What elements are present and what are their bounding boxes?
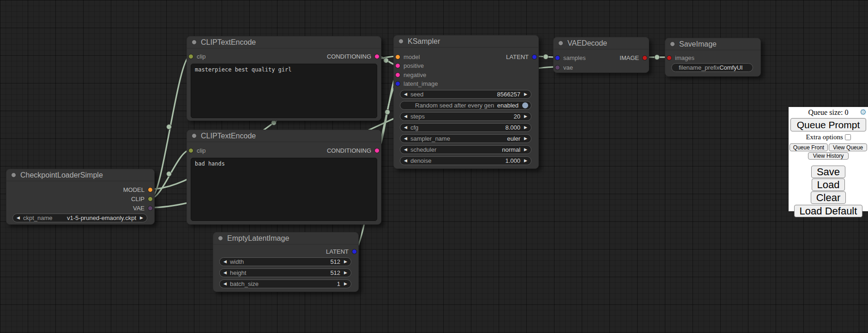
widget-filename-prefix[interactable]: filename_prefix ComfyUI (671, 63, 753, 72)
arrow-right-icon[interactable]: ▶ (524, 145, 527, 154)
arrow-right-icon[interactable]: ▶ (140, 214, 143, 222)
link-midpoint-dot[interactable] (271, 120, 277, 125)
arrow-left-icon[interactable]: ◀ (404, 112, 407, 121)
output-port-conditioning[interactable]: CONDITIONING (327, 147, 380, 154)
input-port-clip[interactable]: clip (188, 147, 206, 154)
node-title-bar[interactable]: KSampler (394, 36, 538, 48)
arrow-right-icon[interactable]: ▶ (524, 156, 527, 165)
conditioning-port-dot[interactable] (395, 72, 400, 77)
comfyui-canvas[interactable]: { "canvas": { "background_color": "#2323… (0, 0, 868, 333)
input-port-positive[interactable]: positive (395, 62, 424, 69)
collapse-dot-icon[interactable] (670, 42, 675, 47)
node-title-bar[interactable]: CLIPTextEncode (187, 36, 381, 48)
arrow-left-icon[interactable]: ◀ (404, 145, 407, 154)
node-title-bar[interactable]: CLIPTextEncode (187, 130, 381, 142)
prompt-textarea[interactable]: bad hands (191, 158, 377, 221)
widget-random-seed-toggle[interactable]: Random seed after every gen enabled (400, 101, 531, 110)
input-port-latent-image[interactable]: latent_image (395, 80, 438, 87)
output-port-vae[interactable]: VAE (133, 204, 153, 212)
load-default-button[interactable]: Load Default (794, 205, 863, 217)
model-port-dot[interactable] (395, 54, 400, 59)
link-midpoint-dot[interactable] (655, 55, 660, 60)
collapse-dot-icon[interactable] (398, 39, 404, 44)
node-clip-text-encode-negative[interactable]: CLIPTextEncode clip CONDITIONING bad han… (187, 130, 381, 225)
view-history-button[interactable]: View History (808, 152, 849, 160)
widget-sampler-name[interactable]: ◀ sampler_name euler ▶ (400, 134, 531, 143)
arrow-left-icon[interactable]: ◀ (223, 268, 227, 277)
collapse-dot-icon[interactable] (218, 236, 223, 241)
queue-front-button[interactable]: Queue Front (790, 143, 828, 151)
clear-button[interactable]: Clear (811, 191, 846, 204)
output-port-latent[interactable]: LATENT (506, 53, 537, 60)
vae-port-dot[interactable] (555, 65, 560, 70)
arrow-left-icon[interactable]: ◀ (223, 279, 227, 288)
widget-seed[interactable]: ◀ seed 8566257 ▶ (400, 90, 531, 99)
model-port-dot[interactable] (148, 187, 153, 192)
output-port-conditioning[interactable]: CONDITIONING (327, 53, 380, 60)
link-midpoint-dot[interactable] (384, 58, 389, 63)
arrow-right-icon[interactable]: ▶ (344, 257, 347, 266)
vae-port-dot[interactable] (148, 206, 153, 211)
node-ksampler[interactable]: KSampler model positive negative latent_… (393, 35, 539, 169)
arrow-left-icon[interactable]: ◀ (404, 134, 407, 143)
collapse-dot-icon[interactable] (192, 40, 197, 45)
image-port-dot[interactable] (667, 55, 672, 60)
link-midpoint-dot[interactable] (385, 110, 390, 115)
image-port-dot[interactable] (642, 55, 647, 60)
arrow-left-icon[interactable]: ◀ (404, 90, 407, 99)
arrow-left-icon[interactable]: ◀ (223, 257, 227, 266)
clip-port-dot[interactable] (148, 196, 153, 202)
input-port-clip[interactable]: clip (188, 53, 206, 60)
arrow-left-icon[interactable]: ◀ (17, 214, 20, 222)
collapse-dot-icon[interactable] (192, 133, 197, 138)
node-empty-latent-image[interactable]: EmptyLatentImage LATENT ◀ width 512 ▶ ◀ … (213, 232, 359, 292)
node-title-bar[interactable]: CheckpointLoaderSimple (6, 169, 154, 181)
extra-options-checkbox[interactable] (845, 134, 851, 140)
arrow-left-icon[interactable]: ◀ (404, 156, 407, 165)
arrow-right-icon[interactable]: ▶ (344, 279, 347, 288)
input-port-vae[interactable]: vae (555, 64, 573, 71)
link-midpoint-dot[interactable] (543, 54, 549, 59)
widget-steps[interactable]: ◀ steps 20 ▶ (400, 112, 531, 121)
input-port-images[interactable]: images (667, 54, 694, 61)
input-port-model[interactable]: model (395, 53, 420, 60)
conditioning-port-dot[interactable] (374, 148, 380, 153)
link-midpoint-dot[interactable] (167, 125, 172, 130)
view-queue-button[interactable]: View Queue (829, 143, 867, 151)
latent-port-dot[interactable] (555, 55, 560, 60)
widget-height[interactable]: ◀ height 512 ▶ (219, 268, 351, 277)
arrow-right-icon[interactable]: ▶ (524, 112, 527, 121)
latent-port-dot[interactable] (532, 54, 537, 59)
widget-batch-size[interactable]: ◀ batch_size 1 ▶ (219, 279, 351, 288)
output-port-model[interactable]: MODEL (123, 186, 153, 193)
latent-port-dot[interactable] (352, 249, 357, 254)
arrow-right-icon[interactable]: ▶ (524, 123, 527, 132)
widget-width[interactable]: ◀ width 512 ▶ (219, 257, 351, 266)
node-checkpoint-loader[interactable]: CheckpointLoaderSimple MODEL CLIP VAE ◀ … (6, 169, 155, 225)
widget-scheduler[interactable]: ◀ scheduler normal ▶ (400, 145, 531, 154)
widget-denoise[interactable]: ◀ denoise 1.000 ▶ (400, 156, 531, 165)
arrow-left-icon[interactable]: ◀ (404, 123, 407, 132)
prompt-textarea[interactable]: masterpiece best quality girl (191, 64, 377, 118)
node-title-bar[interactable]: EmptyLatentImage (213, 232, 358, 244)
settings-gear-icon[interactable]: ⚙ (860, 107, 867, 117)
node-clip-text-encode-positive[interactable]: CLIPTextEncode clip CONDITIONING masterp… (187, 36, 381, 121)
widget-ckpt-name[interactable]: ◀ ckpt_name v1-5-pruned-emaonly.ckpt ▶ (12, 214, 147, 222)
node-save-image[interactable]: SaveImage images filename_prefix ComfyUI (665, 38, 761, 77)
collapse-dot-icon[interactable] (11, 172, 16, 178)
input-port-samples[interactable]: samples (555, 54, 585, 61)
arrow-right-icon[interactable]: ▶ (524, 90, 527, 99)
collapse-dot-icon[interactable] (558, 41, 563, 46)
save-button[interactable]: Save (811, 166, 845, 178)
widget-cfg[interactable]: ◀ cfg 8.000 ▶ (400, 123, 531, 132)
load-button[interactable]: Load (812, 178, 845, 191)
conditioning-port-dot[interactable] (395, 63, 400, 68)
toggle-dot[interactable] (522, 102, 528, 108)
output-port-clip[interactable]: CLIP (131, 195, 153, 202)
clip-port-dot[interactable] (188, 148, 193, 153)
queue-prompt-button[interactable]: Queue Prompt (790, 118, 866, 131)
node-title-bar[interactable]: VAEDecode (554, 37, 649, 49)
node-vae-decode[interactable]: VAEDecode samples vae IMAGE (553, 37, 649, 73)
arrow-right-icon[interactable]: ▶ (344, 268, 347, 277)
output-port-latent[interactable]: LATENT (326, 248, 357, 255)
